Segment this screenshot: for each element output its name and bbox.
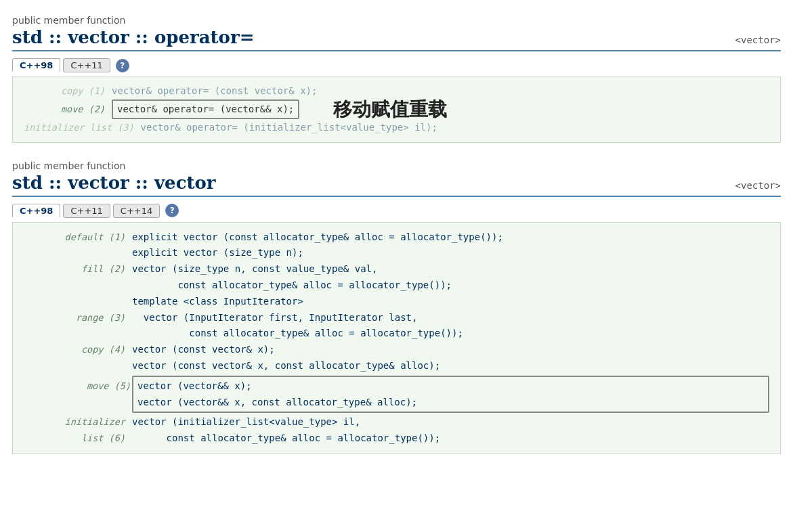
- vector-ctor-tabs: C++98 C++11 C++14 ?: [0, 198, 793, 218]
- op-init-label: initializer list (3): [24, 119, 141, 135]
- ctor-copy-label: copy (4): [24, 342, 132, 357]
- ctor-default-content2: explicit vector (size_type n);: [132, 245, 303, 261]
- help-icon-ctor[interactable]: ?: [165, 204, 179, 217]
- op-move-line: move (2) vector& operator= (vector&& x);…: [24, 99, 769, 119]
- operator-assign-title: std :: vector :: operator=: [12, 27, 254, 47]
- tab-cpp98-op[interactable]: C++98: [12, 58, 60, 72]
- op-init-content: vector& operator= (initializer_list<valu…: [141, 119, 437, 136]
- ctor-move-label: move (5): [29, 378, 137, 394]
- ctor-move-highlight-box: move (5) vector (vector&& x); vector (ve…: [132, 376, 769, 414]
- vector-ctor-code-box: default (1) explicit vector (const alloc…: [12, 222, 781, 454]
- ctor-range-line2: range (3) vector (InputIterator first, I…: [24, 310, 769, 326]
- ctor-default-label: default (1): [24, 229, 132, 245]
- ctor-move-content1: vector (vector&& x);: [137, 378, 252, 395]
- ctor-fill-label: fill (2): [24, 261, 132, 277]
- tab-cpp14-ctor[interactable]: C++14: [113, 204, 160, 218]
- page: public member function std :: vector :: …: [0, 0, 793, 532]
- ctor-init-line2: list (6) const allocator_type& alloc = a…: [24, 430, 769, 447]
- ctor-default-line2: explicit vector (size_type n);: [24, 245, 769, 261]
- ctor-fill-content2: const allocator_type& alloc = allocator_…: [132, 278, 452, 294]
- operator-assign-op: :: operator=: [135, 27, 255, 47]
- ctor-move-content2: vector (vector&& x, const allocator_type…: [137, 395, 417, 411]
- ctor-fill-content1: vector (size_type n, const value_type& v…: [132, 261, 377, 278]
- op-move-label: move (2): [24, 101, 112, 117]
- ctor-range-line3: const allocator_type& alloc = allocator_…: [24, 326, 769, 342]
- ctor-range-content1: template <class InputIterator>: [132, 294, 303, 310]
- ctor-default-content1: explicit vector (const allocator_type& a…: [132, 229, 503, 246]
- ctor-move-line2: vector (vector&& x, const allocator_type…: [29, 395, 764, 411]
- ctor-copy-content2: vector (const vector& x, const allocator…: [132, 358, 440, 374]
- vector-ctor-subtitle: public member function: [12, 160, 781, 171]
- ctor-move-wrapper: move (5) vector (vector&& x); vector (ve…: [24, 376, 769, 414]
- vector-ctor-class: vector: [68, 173, 135, 193]
- vector-ctor-ns: std ::: [12, 173, 62, 193]
- ctor-init-content1: vector (initializer_list<value_type> il,: [132, 414, 360, 430]
- ctor-copy-line1: copy (4) vector (const vector& x);: [24, 342, 769, 358]
- ctor-init-label: initializer: [24, 414, 132, 430]
- operator-assign-subtitle: public member function: [12, 15, 781, 26]
- ctor-fill-line2: const allocator_type& alloc = allocator_…: [24, 278, 769, 294]
- op-move-highlight: vector& operator= (vector&& x); 移动赋值重载: [112, 99, 299, 119]
- ctor-range-label2: range (3): [24, 310, 132, 326]
- operator-assign-class: vector: [68, 27, 135, 47]
- vector-ctor-title: std :: vector :: vector: [12, 173, 216, 193]
- ctor-copy-content1: vector (const vector& x);: [132, 342, 275, 358]
- vector-ctor-ref: <vector>: [735, 180, 781, 191]
- op-init-line: initializer list (3) vector& operator= (…: [24, 119, 769, 136]
- operator-assign-ns: std ::: [12, 27, 62, 47]
- tab-cpp11-ctor[interactable]: C++11: [63, 204, 110, 218]
- vector-ctor-section: public member function std :: vector :: …: [0, 158, 793, 198]
- vector-ctor-title-row: std :: vector :: vector <vector>: [12, 173, 781, 197]
- ctor-init-content2: const allocator_type& alloc = allocator_…: [132, 430, 440, 447]
- ctor-fill-line1: fill (2) vector (size_type n, const valu…: [24, 261, 769, 278]
- ctor-range-line1: template <class InputIterator>: [24, 294, 769, 310]
- ctor-range-content3: const allocator_type& alloc = allocator_…: [132, 326, 463, 342]
- operator-assign-section: public member function std :: vector :: …: [0, 12, 793, 53]
- operator-assign-tabs: C++98 C++11 ?: [0, 53, 793, 72]
- tab-cpp11-op[interactable]: C++11: [63, 58, 110, 72]
- operator-assign-title-row: std :: vector :: operator= <vector>: [12, 27, 781, 51]
- vector-ctor-method: :: vector: [135, 173, 216, 193]
- op-copy-label: copy (1): [24, 83, 112, 99]
- ctor-move-line1: move (5) vector (vector&& x);: [29, 378, 764, 395]
- ctor-range-content2: vector (InputIterator first, InputIterat…: [132, 310, 417, 326]
- operator-assign-code-box: copy (1) vector& operator= (const vector…: [12, 76, 781, 143]
- operator-assign-ref: <vector>: [735, 35, 781, 45]
- ctor-init-label2: list (6): [24, 430, 132, 446]
- op-copy-content: vector& operator= (const vector& x);: [112, 83, 317, 99]
- ctor-init-line1: initializer vector (initializer_list<val…: [24, 414, 769, 430]
- ctor-copy-line2: vector (const vector& x, const allocator…: [24, 358, 769, 374]
- help-icon-op[interactable]: ?: [116, 59, 129, 72]
- tab-cpp98-ctor[interactable]: C++98: [12, 204, 60, 218]
- ctor-default-line1: default (1) explicit vector (const alloc…: [24, 229, 769, 246]
